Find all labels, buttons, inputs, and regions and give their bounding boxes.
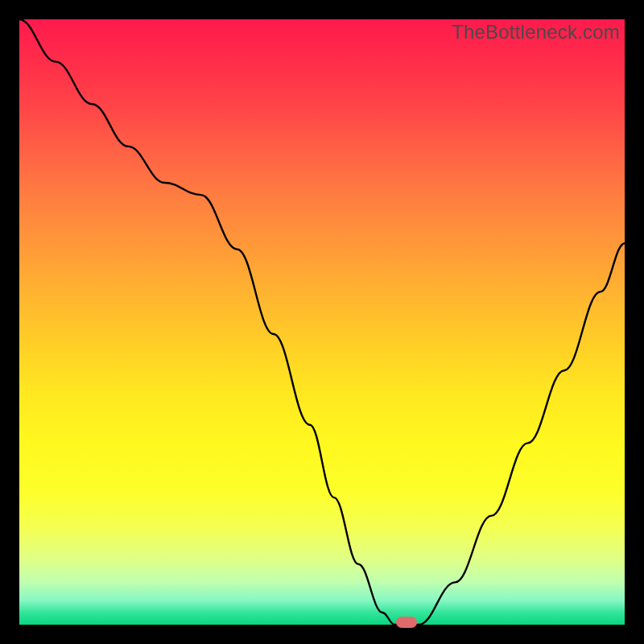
bottleneck-curve bbox=[19, 19, 625, 625]
plot-area: TheBottleneck.com bbox=[19, 19, 625, 625]
curve-path bbox=[19, 19, 625, 625]
chart-frame: TheBottleneck.com bbox=[0, 0, 644, 644]
optimal-marker bbox=[396, 617, 417, 628]
